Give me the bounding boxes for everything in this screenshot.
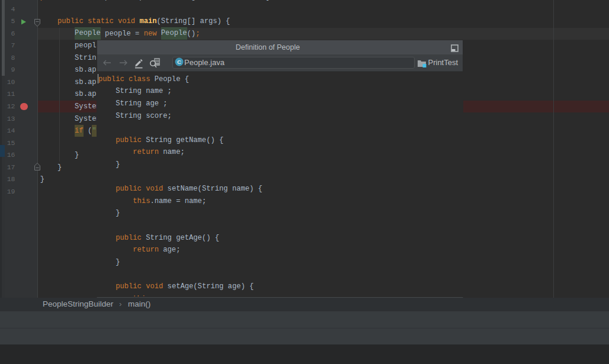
svg-text:C: C (177, 59, 181, 65)
